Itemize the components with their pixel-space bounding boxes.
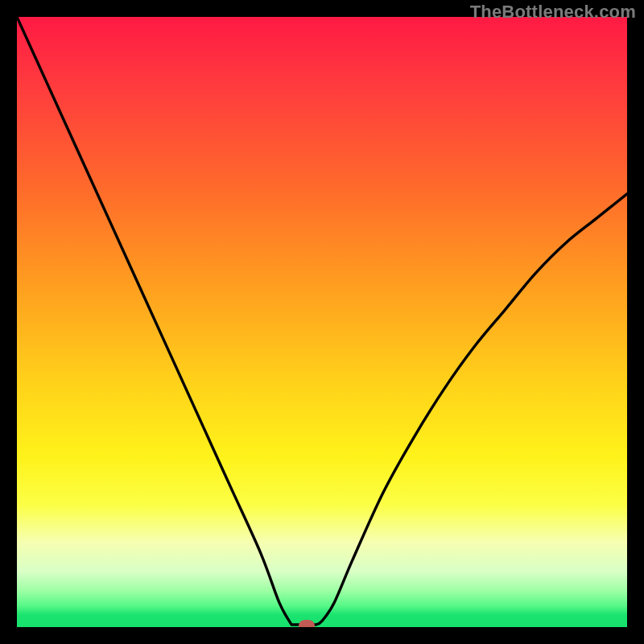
plot-area bbox=[17, 17, 627, 627]
watermark-text: TheBottleneck.com bbox=[470, 2, 636, 23]
bottleneck-curve bbox=[17, 17, 627, 627]
optimal-point-marker bbox=[299, 620, 315, 627]
chart-frame: TheBottleneck.com bbox=[0, 0, 644, 644]
